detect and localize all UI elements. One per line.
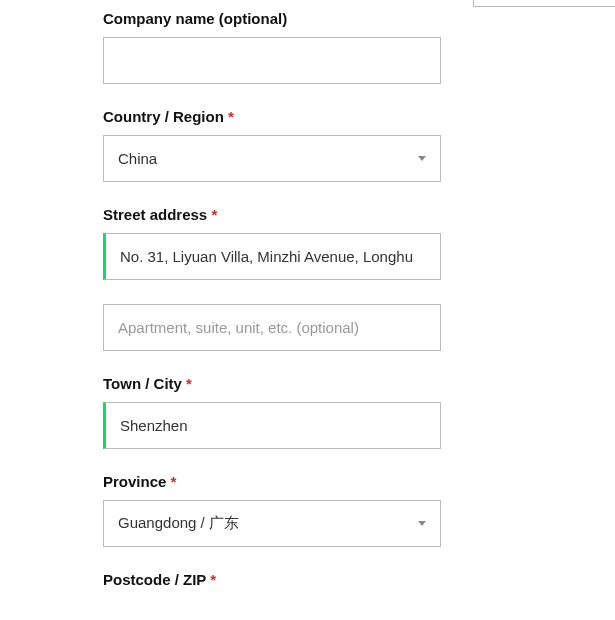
country-select[interactable]: China: [103, 135, 441, 182]
chevron-down-icon: [418, 521, 426, 526]
required-mark: *: [171, 473, 177, 490]
country-label: Country / Region *: [103, 108, 545, 125]
city-input[interactable]: [103, 402, 441, 449]
chevron-down-icon: [418, 156, 426, 161]
street-label-text: Street address: [103, 206, 207, 223]
company-label: Company name (optional): [103, 10, 545, 27]
required-mark: *: [186, 375, 192, 392]
country-field-group: Country / Region * China: [103, 108, 545, 182]
company-field-group: Company name (optional): [103, 10, 545, 84]
postcode-label-text: Postcode / ZIP: [103, 571, 206, 588]
street-line2-input[interactable]: [103, 304, 441, 351]
province-select-value: Guangdong / 广东: [118, 514, 418, 533]
city-label-text: Town / City: [103, 375, 182, 392]
province-label: Province *: [103, 473, 545, 490]
city-label: Town / City *: [103, 375, 545, 392]
postcode-label: Postcode / ZIP *: [103, 571, 545, 588]
side-panel-fragment: [473, 0, 615, 7]
city-field-group: Town / City *: [103, 375, 545, 449]
province-field-group: Province * Guangdong / 广东: [103, 473, 545, 547]
required-mark: *: [211, 206, 217, 223]
province-select[interactable]: Guangdong / 广东: [103, 500, 441, 547]
street-label: Street address *: [103, 206, 545, 223]
street-line1-input[interactable]: [103, 233, 441, 280]
country-select-value: China: [118, 150, 418, 167]
country-label-text: Country / Region: [103, 108, 224, 125]
checkout-form: Company name (optional) Country / Region…: [0, 0, 545, 588]
street-field-group: Street address *: [103, 206, 545, 351]
province-label-text: Province: [103, 473, 166, 490]
company-input[interactable]: [103, 37, 441, 84]
required-mark: *: [228, 108, 234, 125]
required-mark: *: [210, 571, 216, 588]
postcode-field-group: Postcode / ZIP *: [103, 571, 545, 588]
